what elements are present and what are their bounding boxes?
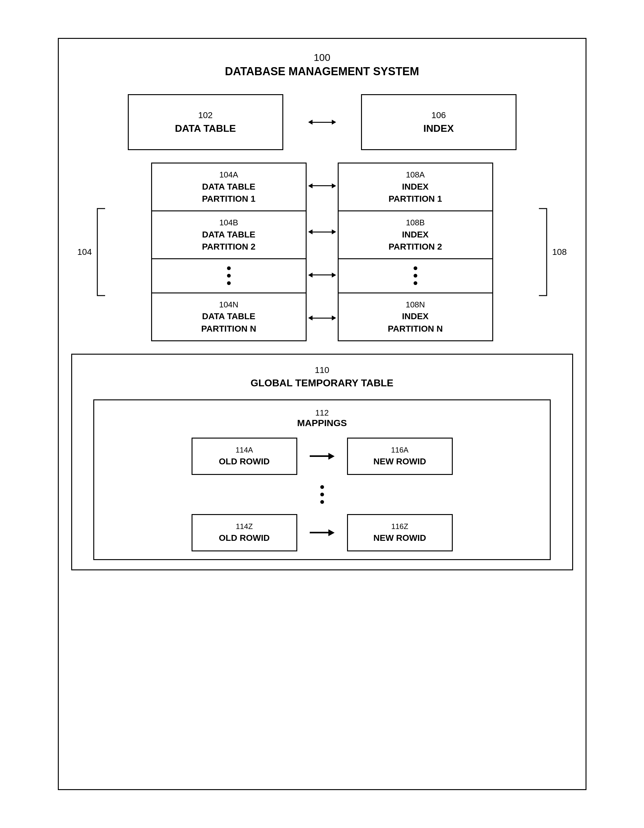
mapping-row-1: 114A OLD ROWID 116A NEW ROWID xyxy=(102,438,542,475)
al1 xyxy=(313,185,332,186)
mappings-title: 112 MAPPINGS xyxy=(297,408,347,428)
partition-arrow-2 xyxy=(308,229,336,234)
rdot2 xyxy=(413,274,417,278)
ahr4 xyxy=(332,315,336,320)
mdot3 xyxy=(320,500,324,504)
partition-arrow-4 xyxy=(308,315,336,320)
p108b-l1: INDEX xyxy=(402,229,429,241)
mapping-arrow-container-1 xyxy=(310,453,335,460)
bracket-right-num: 108 xyxy=(552,247,567,257)
p104b-num: 104B xyxy=(219,217,238,228)
p104a-l2: PARTITION 1 xyxy=(202,193,255,205)
data-table-label: DATA TABLE xyxy=(175,122,236,135)
gtt-title: 110 GLOBAL TEMPORARY TABLE xyxy=(251,364,393,390)
bracket-right-svg xyxy=(537,205,550,299)
outer-title: 100 DATABASE MANAGEMENT SYSTEM xyxy=(225,51,419,78)
mdot1 xyxy=(320,485,324,489)
old-rowid-114z-label: OLD ROWID xyxy=(219,532,270,544)
old-rowid-114a-num: 114A xyxy=(236,445,253,455)
gtt-label: GLOBAL TEMPORARY TABLE xyxy=(251,376,393,390)
dot3 xyxy=(227,281,231,285)
arrow-left-head xyxy=(308,120,313,125)
partition-104a: 104A DATA TABLE PARTITION 1 xyxy=(152,163,306,211)
partition-arrows xyxy=(306,163,338,341)
p104a-num: 104A xyxy=(219,169,238,180)
mappings-label: MAPPINGS xyxy=(297,418,347,428)
mdot2 xyxy=(320,492,324,496)
partition-108a: 108A INDEX PARTITION 1 xyxy=(339,163,492,211)
outer-label: DATABASE MANAGEMENT SYSTEM xyxy=(225,64,419,79)
bal1 xyxy=(310,455,328,457)
new-rowid-116z: 116Z NEW ROWID xyxy=(347,514,453,551)
index-box: 106 INDEX xyxy=(361,94,517,150)
gtt-num: 110 xyxy=(251,364,393,376)
ahl4 xyxy=(308,315,313,320)
top-arrow xyxy=(308,120,336,125)
bracket-right-label: 108 xyxy=(537,205,567,299)
partition-right-dots xyxy=(339,259,492,293)
p104n-l1: DATA TABLE xyxy=(202,310,256,322)
p108a-num: 108A xyxy=(406,169,425,180)
outer-box: 100 DATABASE MANAGEMENT SYSTEM 102 DATA … xyxy=(58,38,586,790)
mappings-box: 112 MAPPINGS 114A OLD ROWID xyxy=(93,399,551,560)
rdot3 xyxy=(413,281,417,285)
p104b-l2: PARTITION 2 xyxy=(202,241,255,253)
partition-104n: 104N DATA TABLE PARTITION N xyxy=(152,293,306,340)
partition-108b: 108B INDEX PARTITION 2 xyxy=(339,211,492,259)
top-section: 102 DATA TABLE 106 INDEX xyxy=(71,94,573,150)
right-partition-group: 108A INDEX PARTITION 1 108B INDEX PARTIT… xyxy=(338,163,493,341)
ahl2 xyxy=(308,229,313,234)
gtt-section: 110 GLOBAL TEMPORARY TABLE 112 MAPPINGS … xyxy=(71,354,573,570)
p108n-num: 108N xyxy=(405,299,425,310)
partition-left-dots xyxy=(152,259,306,293)
arr-row-4 xyxy=(308,298,336,338)
al3 xyxy=(313,274,332,275)
p108n-l2: PARTITION N xyxy=(388,323,443,335)
bracket-left-num: 104 xyxy=(77,247,92,257)
old-rowid-114z-num: 114Z xyxy=(236,521,253,532)
index-num: 106 xyxy=(431,109,446,121)
data-table-box: 102 DATA TABLE xyxy=(128,94,283,150)
p108n-l1: INDEX xyxy=(402,310,429,322)
bal2 xyxy=(310,532,328,533)
old-rowid-114a-label: OLD ROWID xyxy=(219,455,270,467)
mapping-arrow-1 xyxy=(310,453,335,460)
p108a-l1: INDEX xyxy=(402,180,429,193)
arrow-right-head xyxy=(332,120,336,125)
p104n-num: 104N xyxy=(219,299,238,310)
p108a-l2: PARTITION 1 xyxy=(388,193,442,205)
page: 100 DATABASE MANAGEMENT SYSTEM 102 DATA … xyxy=(27,25,617,803)
mapping-row-2: 114Z OLD ROWID 116Z NEW ROWID xyxy=(102,514,542,551)
p108b-num: 108B xyxy=(406,217,425,228)
new-rowid-116a: 116A NEW ROWID xyxy=(347,438,453,475)
bracket-left-label: 104 xyxy=(77,205,107,299)
partition-108n: 108N INDEX PARTITION N xyxy=(339,293,492,340)
middle-dots xyxy=(320,484,324,505)
rdot1 xyxy=(413,267,417,270)
al2 xyxy=(313,232,332,232)
p104a-l1: DATA TABLE xyxy=(202,180,256,193)
left-partition-group: 104A DATA TABLE PARTITION 1 104B DATA TA… xyxy=(151,163,306,341)
ahr1 xyxy=(332,183,336,188)
ahr2 xyxy=(332,229,336,234)
mapping-arrow-container-2 xyxy=(310,529,335,536)
bah2 xyxy=(328,529,335,536)
partitions-container: 104A DATA TABLE PARTITION 1 104B DATA TA… xyxy=(151,163,493,341)
mapping-arrow-2 xyxy=(310,529,335,536)
partition-arrow-1 xyxy=(308,183,336,188)
ahr3 xyxy=(332,273,336,278)
data-table-num: 102 xyxy=(198,109,213,121)
dot1 xyxy=(227,267,231,270)
al4 xyxy=(313,318,332,318)
bah1 xyxy=(328,453,335,460)
p104n-l2: PARTITION N xyxy=(201,323,256,335)
new-rowid-116z-label: NEW ROWID xyxy=(374,532,426,544)
arr-row-3 xyxy=(308,258,336,292)
outer-num: 100 xyxy=(225,51,419,64)
arrow-line xyxy=(313,122,332,123)
p104b-l1: DATA TABLE xyxy=(202,229,256,241)
old-rowid-114a: 114A OLD ROWID xyxy=(192,438,297,475)
ahl1 xyxy=(308,183,313,188)
mappings-num: 112 xyxy=(297,408,347,418)
ahl3 xyxy=(308,273,313,278)
